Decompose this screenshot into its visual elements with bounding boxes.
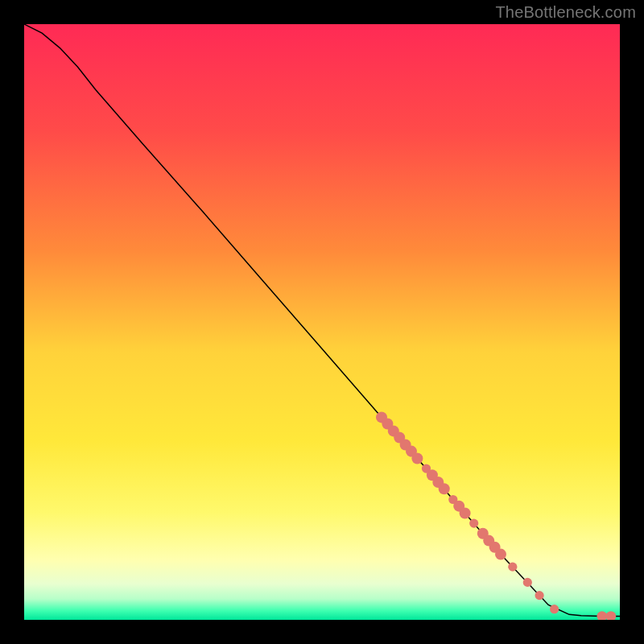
data-marker	[411, 452, 423, 464]
data-marker	[508, 563, 517, 572]
data-marker	[550, 605, 559, 613]
plot-area	[24, 24, 620, 620]
data-marker	[495, 549, 506, 560]
data-marker	[460, 508, 471, 519]
attribution-text: TheBottleneck.com	[495, 3, 636, 22]
data-marker	[469, 519, 478, 528]
data-marker	[439, 483, 450, 494]
chart-svg	[24, 24, 620, 620]
gradient-background	[24, 24, 620, 620]
data-marker	[523, 578, 532, 587]
chart-frame: TheBottleneck.com	[0, 0, 644, 644]
data-marker	[535, 591, 544, 600]
